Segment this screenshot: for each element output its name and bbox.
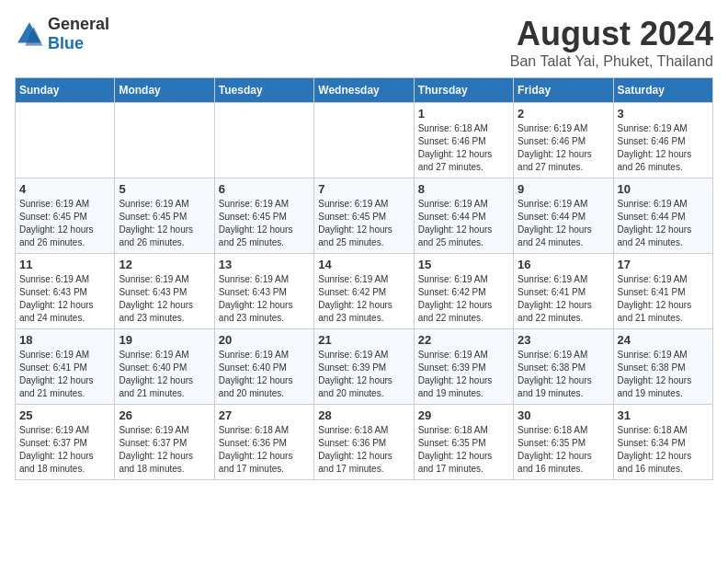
- day-info: Sunrise: 6:19 AM Sunset: 6:44 PM Dayligh…: [618, 198, 709, 249]
- day-info: Sunrise: 6:19 AM Sunset: 6:37 PM Dayligh…: [19, 424, 110, 476]
- day-cell: 9Sunrise: 6:19 AM Sunset: 6:44 PM Daylig…: [514, 178, 613, 254]
- day-cell: 22Sunrise: 6:19 AM Sunset: 6:39 PM Dayli…: [414, 329, 513, 405]
- day-cell: 17Sunrise: 6:19 AM Sunset: 6:41 PM Dayli…: [613, 254, 712, 329]
- day-number: 19: [119, 333, 210, 347]
- day-cell: 27Sunrise: 6:18 AM Sunset: 6:36 PM Dayli…: [214, 405, 313, 480]
- day-number: 9: [518, 182, 609, 196]
- day-info: Sunrise: 6:19 AM Sunset: 6:41 PM Dayligh…: [19, 349, 110, 400]
- day-cell: 25Sunrise: 6:19 AM Sunset: 6:37 PM Dayli…: [16, 405, 115, 480]
- day-cell: 6Sunrise: 6:19 AM Sunset: 6:45 PM Daylig…: [214, 178, 313, 254]
- day-cell: 7Sunrise: 6:19 AM Sunset: 6:45 PM Daylig…: [314, 178, 414, 254]
- day-number: 23: [518, 333, 609, 347]
- week-row-5: 25Sunrise: 6:19 AM Sunset: 6:37 PM Dayli…: [16, 405, 713, 480]
- logo-text: General Blue: [48, 15, 109, 53]
- day-number: 15: [418, 258, 509, 271]
- day-number: 12: [119, 258, 210, 271]
- day-number: 28: [318, 408, 409, 422]
- day-info: Sunrise: 6:19 AM Sunset: 6:41 PM Dayligh…: [618, 273, 709, 325]
- day-cell: [214, 103, 313, 178]
- day-number: 11: [19, 258, 110, 271]
- day-cell: 26Sunrise: 6:19 AM Sunset: 6:37 PM Dayli…: [115, 405, 214, 480]
- day-cell: [16, 103, 115, 178]
- day-cell: 12Sunrise: 6:19 AM Sunset: 6:43 PM Dayli…: [115, 254, 214, 329]
- day-number: 18: [19, 333, 110, 347]
- week-row-1: 1Sunrise: 6:18 AM Sunset: 6:46 PM Daylig…: [16, 103, 713, 178]
- day-cell: 15Sunrise: 6:19 AM Sunset: 6:42 PM Dayli…: [414, 254, 513, 329]
- logo-general: General: [48, 15, 109, 33]
- day-cell: 23Sunrise: 6:19 AM Sunset: 6:38 PM Dayli…: [514, 329, 613, 405]
- day-number: 16: [518, 258, 609, 271]
- day-cell: 14Sunrise: 6:19 AM Sunset: 6:42 PM Dayli…: [314, 254, 414, 329]
- day-info: Sunrise: 6:19 AM Sunset: 6:38 PM Dayligh…: [518, 349, 609, 400]
- day-number: 25: [19, 408, 110, 422]
- day-number: 24: [618, 333, 709, 347]
- day-cell: 21Sunrise: 6:19 AM Sunset: 6:39 PM Dayli…: [314, 329, 414, 405]
- header-day-monday: Monday: [115, 78, 214, 103]
- day-number: 26: [119, 408, 210, 422]
- day-info: Sunrise: 6:19 AM Sunset: 6:45 PM Dayligh…: [318, 198, 409, 249]
- day-cell: 24Sunrise: 6:19 AM Sunset: 6:38 PM Dayli…: [613, 329, 712, 405]
- week-row-2: 4Sunrise: 6:19 AM Sunset: 6:45 PM Daylig…: [16, 178, 713, 254]
- day-info: Sunrise: 6:19 AM Sunset: 6:42 PM Dayligh…: [418, 273, 509, 325]
- day-info: Sunrise: 6:19 AM Sunset: 6:43 PM Dayligh…: [119, 273, 210, 325]
- calendar-table: SundayMondayTuesdayWednesdayThursdayFrid…: [15, 77, 713, 480]
- day-number: 10: [618, 182, 709, 196]
- month-title: August 2024: [510, 15, 713, 53]
- day-number: 20: [219, 333, 310, 347]
- day-info: Sunrise: 6:19 AM Sunset: 6:46 PM Dayligh…: [618, 122, 709, 174]
- day-number: 5: [119, 182, 210, 196]
- day-cell: 13Sunrise: 6:19 AM Sunset: 6:43 PM Dayli…: [214, 254, 313, 329]
- day-cell: 3Sunrise: 6:19 AM Sunset: 6:46 PM Daylig…: [613, 103, 712, 178]
- day-number: 14: [318, 258, 409, 271]
- day-cell: 16Sunrise: 6:19 AM Sunset: 6:41 PM Dayli…: [514, 254, 613, 329]
- header-day-saturday: Saturday: [613, 78, 712, 103]
- logo: General Blue: [15, 15, 109, 53]
- day-info: Sunrise: 6:19 AM Sunset: 6:44 PM Dayligh…: [418, 198, 509, 249]
- day-info: Sunrise: 6:19 AM Sunset: 6:41 PM Dayligh…: [518, 273, 609, 325]
- day-info: Sunrise: 6:19 AM Sunset: 6:39 PM Dayligh…: [318, 349, 409, 400]
- day-number: 30: [518, 408, 609, 422]
- day-number: 22: [418, 333, 509, 347]
- calendar-header-row: SundayMondayTuesdayWednesdayThursdayFrid…: [16, 78, 713, 103]
- day-info: Sunrise: 6:19 AM Sunset: 6:46 PM Dayligh…: [518, 122, 609, 174]
- day-cell: [314, 103, 414, 178]
- day-info: Sunrise: 6:18 AM Sunset: 6:35 PM Dayligh…: [418, 424, 509, 476]
- day-cell: 8Sunrise: 6:19 AM Sunset: 6:44 PM Daylig…: [414, 178, 513, 254]
- day-info: Sunrise: 6:19 AM Sunset: 6:44 PM Dayligh…: [518, 198, 609, 249]
- day-info: Sunrise: 6:19 AM Sunset: 6:40 PM Dayligh…: [119, 349, 210, 400]
- day-number: 13: [219, 258, 310, 271]
- logo-icon: [15, 19, 44, 49]
- day-number: 17: [618, 258, 709, 271]
- day-info: Sunrise: 6:19 AM Sunset: 6:45 PM Dayligh…: [119, 198, 210, 249]
- day-info: Sunrise: 6:19 AM Sunset: 6:38 PM Dayligh…: [618, 349, 709, 400]
- day-info: Sunrise: 6:18 AM Sunset: 6:36 PM Dayligh…: [318, 424, 409, 476]
- day-info: Sunrise: 6:19 AM Sunset: 6:42 PM Dayligh…: [318, 273, 409, 325]
- day-info: Sunrise: 6:18 AM Sunset: 6:34 PM Dayligh…: [618, 424, 709, 476]
- day-cell: 30Sunrise: 6:18 AM Sunset: 6:35 PM Dayli…: [514, 405, 613, 480]
- day-number: 1: [418, 107, 509, 121]
- logo-blue: Blue: [48, 34, 84, 52]
- header-day-tuesday: Tuesday: [214, 78, 313, 103]
- day-info: Sunrise: 6:19 AM Sunset: 6:43 PM Dayligh…: [219, 273, 310, 325]
- day-info: Sunrise: 6:18 AM Sunset: 6:46 PM Dayligh…: [418, 122, 509, 174]
- title-area: August 2024 Ban Talat Yai, Phuket, Thail…: [510, 15, 713, 70]
- location-title: Ban Talat Yai, Phuket, Thailand: [510, 53, 713, 70]
- day-info: Sunrise: 6:19 AM Sunset: 6:43 PM Dayligh…: [19, 273, 110, 325]
- day-cell: 11Sunrise: 6:19 AM Sunset: 6:43 PM Dayli…: [16, 254, 115, 329]
- header-day-wednesday: Wednesday: [314, 78, 414, 103]
- day-cell: 4Sunrise: 6:19 AM Sunset: 6:45 PM Daylig…: [16, 178, 115, 254]
- day-cell: 1Sunrise: 6:18 AM Sunset: 6:46 PM Daylig…: [414, 103, 513, 178]
- day-info: Sunrise: 6:19 AM Sunset: 6:39 PM Dayligh…: [418, 349, 509, 400]
- day-info: Sunrise: 6:18 AM Sunset: 6:36 PM Dayligh…: [219, 424, 310, 476]
- day-cell: 31Sunrise: 6:18 AM Sunset: 6:34 PM Dayli…: [613, 405, 712, 480]
- day-info: Sunrise: 6:19 AM Sunset: 6:45 PM Dayligh…: [19, 198, 110, 249]
- day-number: 21: [318, 333, 409, 347]
- day-cell: 20Sunrise: 6:19 AM Sunset: 6:40 PM Dayli…: [214, 329, 313, 405]
- day-number: 8: [418, 182, 509, 196]
- day-cell: 18Sunrise: 6:19 AM Sunset: 6:41 PM Dayli…: [16, 329, 115, 405]
- day-cell: 10Sunrise: 6:19 AM Sunset: 6:44 PM Dayli…: [613, 178, 712, 254]
- day-cell: 2Sunrise: 6:19 AM Sunset: 6:46 PM Daylig…: [514, 103, 613, 178]
- day-number: 31: [618, 408, 709, 422]
- day-info: Sunrise: 6:19 AM Sunset: 6:37 PM Dayligh…: [119, 424, 210, 476]
- day-cell: [115, 103, 214, 178]
